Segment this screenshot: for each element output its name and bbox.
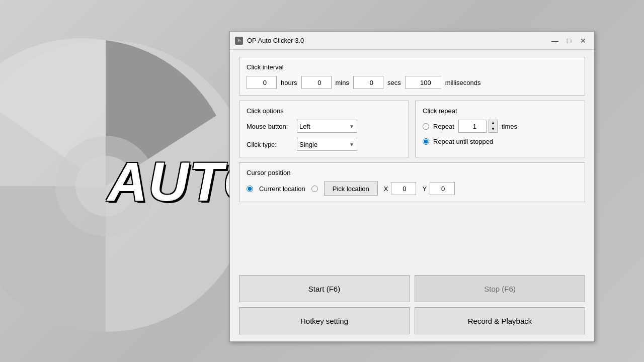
milliseconds-label: milliseconds	[445, 79, 481, 86]
x-input[interactable]	[391, 182, 416, 195]
x-label: X	[384, 185, 388, 193]
click-interval-section: Click interval hours mins secs milliseco…	[239, 57, 585, 96]
secs-label: secs	[387, 79, 401, 86]
repeat-until-stopped-label[interactable]: Repeat until stopped	[433, 138, 493, 145]
x-coord-group: X	[384, 182, 417, 195]
maximize-button[interactable]: □	[563, 35, 575, 46]
mouse-button-select-wrapper: Left Right Middle ▼	[297, 120, 357, 133]
y-coord-group: Y	[422, 182, 455, 195]
current-location-radio[interactable]	[247, 186, 253, 192]
interval-row: hours mins secs milliseconds	[247, 76, 578, 89]
hours-label: hours	[281, 79, 297, 86]
click-options-section: Click options Mouse button: Left Right M…	[239, 101, 409, 157]
pick-location-button[interactable]: Pick location	[324, 182, 378, 196]
window-content: Click interval hours mins secs milliseco…	[230, 50, 594, 341]
click-repeat-section: Click repeat Repeat ▲ ▼ times Re	[415, 101, 585, 157]
cursor-position-section: Cursor position Current location Pick lo…	[239, 162, 585, 202]
click-interval-title: Click interval	[247, 63, 578, 71]
repeat-radio[interactable]	[423, 123, 429, 130]
title-bar: 🖱 OP Auto Clicker 3.0 — □ ✕	[230, 32, 594, 50]
spinner-buttons: ▲ ▼	[489, 120, 498, 133]
bg-graphic	[0, 15, 247, 342]
repeat-label[interactable]: Repeat	[433, 123, 454, 130]
mins-label: mins	[336, 79, 349, 86]
svg-point-2	[75, 156, 136, 216]
app-window: 🖱 OP Auto Clicker 3.0 — □ ✕ Click interv…	[229, 31, 595, 342]
hotkey-button[interactable]: Hotkey setting	[239, 307, 410, 334]
milliseconds-input[interactable]	[405, 76, 441, 89]
close-button[interactable]: ✕	[577, 35, 589, 46]
click-type-select-wrapper: Single Double ▼	[297, 138, 357, 151]
click-type-label: Click type:	[247, 141, 292, 148]
app-icon: 🖱	[235, 37, 243, 45]
click-options-title: Click options	[247, 107, 401, 115]
start-button[interactable]: Start (F6)	[239, 275, 410, 302]
minimize-button[interactable]: —	[549, 35, 561, 46]
custom-location-radio[interactable]	[311, 186, 318, 192]
y-label: Y	[422, 185, 427, 193]
click-type-row: Click type: Single Double ▼	[247, 138, 401, 151]
repeat-count-input[interactable]	[458, 120, 487, 133]
repeat-input-wrap: ▲ ▼	[458, 120, 498, 133]
mins-input[interactable]	[301, 76, 332, 89]
y-input[interactable]	[430, 182, 455, 195]
times-label: times	[502, 123, 517, 130]
secs-input[interactable]	[353, 76, 383, 89]
record-playback-button[interactable]: Record & Playback	[415, 307, 585, 334]
repeat-row: Repeat ▲ ▼ times	[423, 120, 578, 133]
cursor-position-title: Cursor position	[247, 169, 578, 176]
mouse-button-row: Mouse button: Left Right Middle ▼	[247, 120, 401, 133]
hours-input[interactable]	[247, 76, 277, 89]
cursor-position-row: Current location Pick location X Y	[247, 182, 578, 196]
window-title: OP Auto Clicker 3.0	[247, 37, 304, 44]
click-type-select[interactable]: Single Double	[297, 138, 357, 151]
current-location-label[interactable]: Current location	[259, 185, 305, 193]
spinner-up-button[interactable]: ▲	[489, 120, 497, 126]
middle-row: Click options Mouse button: Left Right M…	[239, 101, 585, 157]
stop-button[interactable]: Stop (F6)	[415, 275, 585, 302]
mouse-button-select[interactable]: Left Right Middle	[297, 120, 357, 133]
click-repeat-title: Click repeat	[423, 107, 578, 115]
window-controls: — □ ✕	[549, 35, 589, 46]
title-bar-left: 🖱 OP Auto Clicker 3.0	[235, 37, 304, 45]
spinner-down-button[interactable]: ▼	[489, 126, 497, 132]
repeat-until-stopped-row: Repeat until stopped	[423, 138, 578, 145]
repeat-until-stopped-radio[interactable]	[423, 138, 429, 145]
mouse-button-label: Mouse button:	[247, 123, 292, 130]
bottom-buttons: Start (F6) Stop (F6) Hotkey setting Reco…	[239, 275, 585, 334]
